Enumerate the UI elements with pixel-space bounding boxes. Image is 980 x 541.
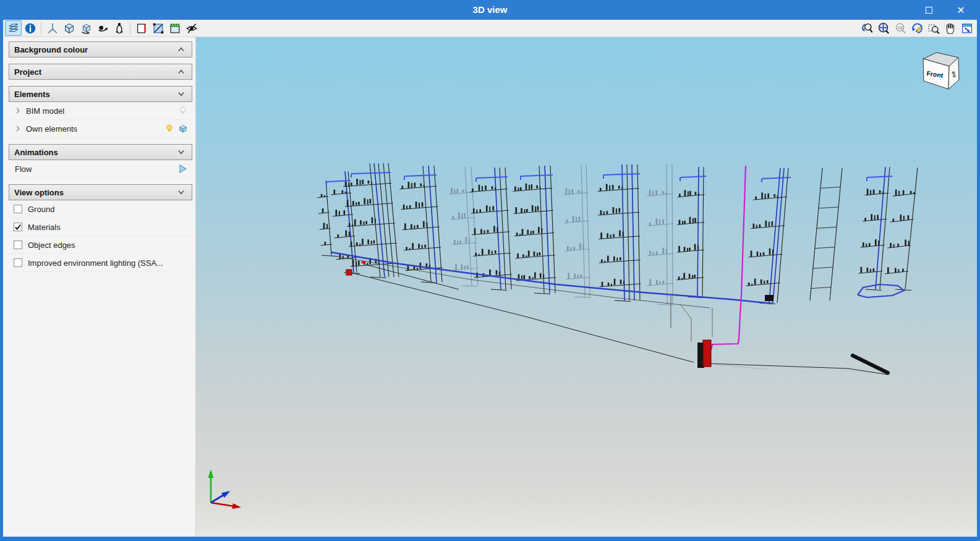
- object-edges-checkbox[interactable]: [14, 241, 22, 249]
- view-rotate-icon: [96, 22, 109, 35]
- tree-item-label: BIM model: [22, 106, 177, 116]
- checkbox-label: Materials: [28, 223, 61, 232]
- chevron-down-icon: [176, 88, 187, 100]
- tree-item-bim-model[interactable]: BIM model: [9, 102, 192, 120]
- switch-view-button[interactable]: [958, 20, 975, 36]
- main-content: Background colour Project Elements BIM m…: [3, 37, 977, 537]
- checkbox-row-ground[interactable]: Ground: [9, 200, 192, 218]
- axis-tripod-button[interactable]: [44, 20, 61, 36]
- window-title: 3D view: [0, 0, 980, 20]
- animation-label: Flow: [14, 164, 176, 174]
- panel-project[interactable]: Project: [9, 64, 192, 80]
- work-plane-icon: [151, 22, 165, 35]
- layers-icon: [7, 22, 20, 35]
- animation-item-flow[interactable]: Flow: [9, 160, 192, 178]
- chevron-up-icon: [176, 66, 187, 77]
- 3d-model-wireframe: FrontRig: [196, 37, 977, 537]
- cube-view-button[interactable]: [61, 20, 77, 36]
- cube-rotate-icon: [79, 22, 93, 35]
- layers-button[interactable]: [5, 20, 22, 36]
- switch-view-icon: [960, 22, 974, 35]
- panel-label: Elements: [14, 90, 176, 99]
- redraw-button[interactable]: [908, 20, 925, 36]
- chevron-down-icon: [176, 187, 187, 198]
- chevron-down-icon: [176, 147, 187, 158]
- work-plane-button[interactable]: [150, 20, 166, 36]
- panel-label: Animations: [14, 148, 176, 157]
- checkbox-row-ssao[interactable]: Improved environment lighting (SSA...: [9, 254, 192, 272]
- redraw-icon: [910, 22, 924, 35]
- play-icon[interactable]: [176, 163, 189, 175]
- checkbox-label: Ground: [28, 205, 54, 214]
- panel-elements[interactable]: Elements: [9, 86, 192, 102]
- section-box-icon: [168, 22, 182, 35]
- zoom-x2-icon: x2: [893, 22, 907, 35]
- checkbox-label: Improved environment lighting (SSA...: [28, 258, 163, 268]
- toolbar-separator: [41, 22, 41, 35]
- maximize-icon: [926, 7, 932, 14]
- toolbar-separator: [130, 22, 130, 35]
- zoom-x2-button[interactable]: x2: [892, 20, 908, 36]
- chevron-up-icon: [176, 44, 187, 55]
- check-icon: [14, 223, 22, 231]
- viewport-3d[interactable]: FrontRig: [196, 37, 977, 537]
- panel-view-options[interactable]: View options: [9, 184, 192, 200]
- zoom-previous-icon: [860, 22, 874, 35]
- orbit-button[interactable]: [111, 20, 127, 36]
- ssao-checkbox[interactable]: [14, 258, 22, 267]
- cube-small-icon[interactable]: [177, 123, 189, 134]
- orbit-icon: [113, 22, 126, 35]
- checkbox-label: Object edges: [28, 241, 75, 250]
- panel-label: View options: [14, 188, 176, 197]
- toolbar: x2: [3, 20, 977, 37]
- chevron-right-icon: [14, 124, 22, 133]
- hidden-elements-icon: [185, 22, 198, 35]
- cube-rotate-button[interactable]: [77, 20, 94, 36]
- bulb-on-icon[interactable]: [164, 123, 175, 134]
- section-box-button[interactable]: [166, 20, 183, 36]
- maximize-button[interactable]: [914, 0, 943, 20]
- panel-animations[interactable]: Animations: [9, 144, 192, 160]
- tree-item-own-elements[interactable]: Own elements: [9, 120, 192, 138]
- zoom-window-icon: [927, 22, 940, 35]
- ground-checkbox[interactable]: [14, 205, 22, 213]
- svg-text:x2: x2: [897, 24, 902, 30]
- info-icon: [23, 22, 37, 35]
- title-bar: 3D view ✕: [0, 0, 980, 20]
- zoom-previous-button[interactable]: [858, 20, 875, 36]
- section-plane-icon: [135, 22, 148, 35]
- close-button[interactable]: ✕: [947, 0, 975, 20]
- zoom-window-button[interactable]: [925, 20, 942, 36]
- info-button[interactable]: [22, 20, 38, 36]
- checkbox-row-materials[interactable]: Materials: [9, 218, 192, 236]
- axis-tripod-icon: [46, 22, 59, 35]
- cube-icon: [62, 22, 76, 35]
- tree-item-label: Own elements: [22, 124, 164, 134]
- panel-label: Project: [14, 67, 176, 77]
- section-plane-button[interactable]: [133, 20, 150, 36]
- sidebar: Background colour Project Elements BIM m…: [3, 37, 196, 537]
- app-window: 3D view ✕: [0, 0, 980, 541]
- hidden-elements-button[interactable]: [183, 20, 200, 36]
- checkbox-row-object-edges[interactable]: Object edges: [9, 236, 192, 254]
- chevron-right-icon: [14, 106, 22, 115]
- pan-hand-icon: [944, 22, 957, 35]
- view-rotate-button[interactable]: [94, 20, 111, 36]
- panel-background-colour[interactable]: Background colour: [9, 41, 192, 58]
- zoom-fit-icon: [877, 22, 890, 35]
- pan-button[interactable]: [942, 20, 958, 36]
- bulb-off-icon[interactable]: [177, 105, 189, 116]
- materials-checkbox[interactable]: [14, 223, 22, 231]
- zoom-fit-button[interactable]: [875, 20, 892, 36]
- panel-label: Background colour: [14, 45, 176, 54]
